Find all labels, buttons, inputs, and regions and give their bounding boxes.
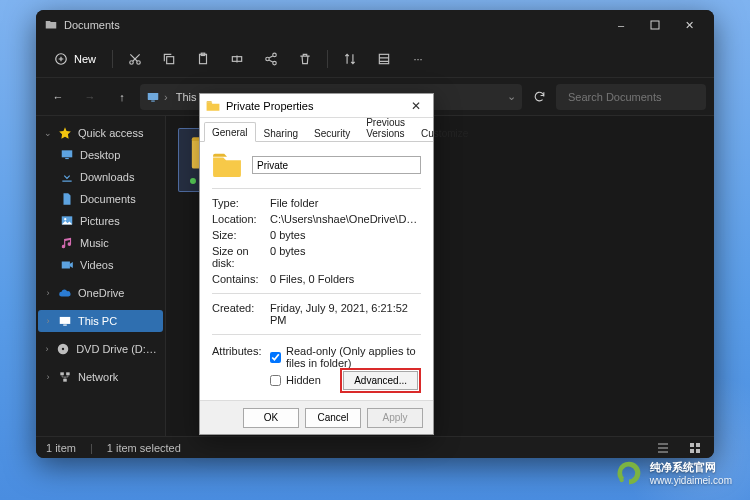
desktop-icon	[60, 148, 74, 162]
cut-button[interactable]	[119, 45, 151, 73]
svg-rect-27	[690, 443, 694, 447]
sidebar-dvd[interactable]: ›DVD Drive (D:) ESD-I	[38, 338, 163, 360]
svg-rect-24	[60, 372, 64, 375]
sidebar: ⌄Quick access Desktop Downloads Document…	[36, 116, 166, 436]
sort-button[interactable]	[334, 45, 366, 73]
value-location: C:\Users\nshae\OneDrive\Documents	[270, 213, 421, 225]
sidebar-item-desktop[interactable]: Desktop	[38, 144, 163, 166]
hidden-checkbox[interactable]	[270, 375, 281, 386]
svg-rect-29	[690, 449, 694, 453]
label-created: Created:	[212, 302, 270, 326]
sidebar-network[interactable]: ›Network	[38, 366, 163, 388]
label-type: Type:	[212, 197, 270, 209]
share-button[interactable]	[255, 45, 287, 73]
forward-button[interactable]: →	[76, 83, 104, 111]
chevron-down-icon[interactable]: ⌄	[507, 90, 516, 103]
tab-previous-versions[interactable]: Previous Versions	[358, 112, 413, 142]
close-button[interactable]: ✕	[672, 11, 706, 39]
download-icon	[60, 170, 74, 184]
up-button[interactable]: ↑	[108, 83, 136, 111]
network-icon	[58, 370, 72, 384]
cloud-icon	[58, 286, 72, 300]
svg-point-10	[273, 61, 277, 65]
sidebar-onedrive[interactable]: ›OneDrive	[38, 282, 163, 304]
status-bar: 1 item | 1 item selected	[36, 436, 714, 458]
svg-point-18	[64, 218, 66, 220]
value-size-on-disk: 0 bytes	[270, 245, 421, 269]
sidebar-item-music[interactable]: Music	[38, 232, 163, 254]
icons-view-button[interactable]	[686, 440, 704, 456]
tab-general[interactable]: General	[204, 122, 256, 142]
properties-dialog: Private Properties ✕ General Sharing Sec…	[199, 93, 434, 435]
ok-button[interactable]: OK	[243, 408, 299, 428]
readonly-checkbox[interactable]	[270, 352, 281, 363]
paste-button[interactable]	[187, 45, 219, 73]
label-size: Size:	[212, 229, 270, 241]
picture-icon	[60, 214, 74, 228]
copy-button[interactable]	[153, 45, 185, 73]
disc-icon	[56, 342, 70, 356]
folder-name-input[interactable]	[252, 156, 421, 174]
folder-icon	[212, 152, 242, 178]
more-button[interactable]: ···	[402, 45, 434, 73]
tab-customize[interactable]: Customize	[413, 123, 476, 142]
value-created: Friday, July 9, 2021, 6:21:52 PM	[270, 302, 421, 326]
folder-icon	[206, 100, 220, 112]
details-view-button[interactable]	[654, 440, 672, 456]
watermark: 纯净系统官网 www.yidaimei.com	[616, 460, 732, 486]
rename-button[interactable]	[221, 45, 253, 73]
apply-button[interactable]: Apply	[367, 408, 423, 428]
label-size-on-disk: Size on disk:	[212, 245, 270, 269]
svg-rect-16	[65, 158, 69, 159]
advanced-button[interactable]: Advanced...	[343, 371, 418, 390]
value-type: File folder	[270, 197, 421, 209]
value-contains: 0 Files, 0 Folders	[270, 273, 421, 285]
svg-point-23	[62, 348, 64, 350]
music-icon	[60, 236, 74, 250]
svg-point-31	[619, 478, 623, 482]
sidebar-item-pictures[interactable]: Pictures	[38, 210, 163, 232]
svg-rect-15	[62, 150, 73, 157]
folder-icon	[44, 18, 58, 32]
separator	[112, 50, 113, 68]
new-button[interactable]: New	[44, 46, 106, 72]
label-location: Location:	[212, 213, 270, 225]
sidebar-item-downloads[interactable]: Downloads	[38, 166, 163, 188]
svg-rect-13	[151, 100, 155, 101]
tab-security[interactable]: Security	[306, 123, 358, 142]
watermark-brand: 纯净系统官网	[650, 461, 716, 473]
tab-sharing[interactable]: Sharing	[256, 123, 306, 142]
delete-button[interactable]	[289, 45, 321, 73]
svg-rect-25	[66, 372, 70, 375]
value-size: 0 bytes	[270, 229, 421, 241]
refresh-button[interactable]	[526, 84, 552, 110]
pc-icon	[146, 90, 160, 104]
watermark-url: www.yidaimei.com	[650, 475, 732, 486]
video-icon	[60, 258, 74, 272]
maximize-button[interactable]	[638, 11, 672, 39]
svg-rect-28	[696, 443, 700, 447]
sidebar-item-videos[interactable]: Videos	[38, 254, 163, 276]
search-box[interactable]	[556, 84, 706, 110]
plus-icon	[54, 52, 68, 66]
cancel-button[interactable]: Cancel	[305, 408, 361, 428]
selected-count: 1 item selected	[107, 442, 181, 454]
search-input[interactable]	[568, 91, 706, 103]
titlebar: Documents – ✕	[36, 10, 714, 40]
window-title: Documents	[64, 19, 604, 31]
sidebar-this-pc[interactable]: ›This PC	[38, 310, 163, 332]
star-icon	[58, 126, 72, 140]
minimize-button[interactable]: –	[604, 11, 638, 39]
sidebar-item-documents[interactable]: Documents	[38, 188, 163, 210]
new-label: New	[74, 53, 96, 65]
status-dot-icon	[190, 178, 196, 184]
document-icon	[60, 192, 74, 206]
item-count: 1 item	[46, 442, 76, 454]
back-button[interactable]: ←	[44, 83, 72, 111]
label-attributes: Attributes:	[212, 345, 270, 357]
readonly-checkbox-row[interactable]: Read-only (Only applies to files in fold…	[270, 345, 421, 369]
toolbar: New ···	[36, 40, 714, 78]
view-button[interactable]	[368, 45, 400, 73]
sidebar-quick-access[interactable]: ⌄Quick access	[38, 122, 163, 144]
dialog-footer: OK Cancel Apply	[200, 400, 433, 434]
